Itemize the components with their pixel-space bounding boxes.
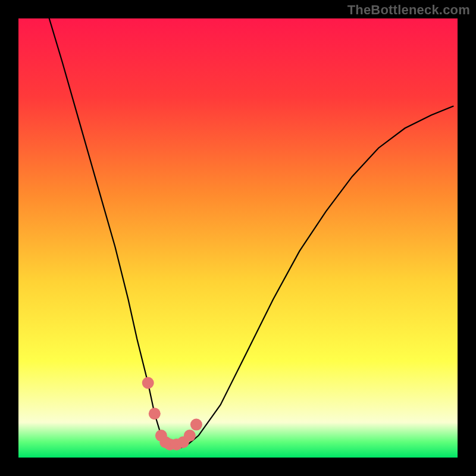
minimum-marker-dot: [149, 408, 161, 419]
minimum-marker-dot: [142, 377, 154, 389]
watermark-text: TheBottleneck.com: [347, 2, 470, 18]
plot-background: [18, 18, 458, 458]
chart-frame: TheBottleneck.com: [0, 0, 476, 476]
minimum-marker-dot: [184, 430, 196, 441]
minimum-marker-dot: [190, 419, 202, 431]
bottleneck-plot: [0, 0, 476, 476]
